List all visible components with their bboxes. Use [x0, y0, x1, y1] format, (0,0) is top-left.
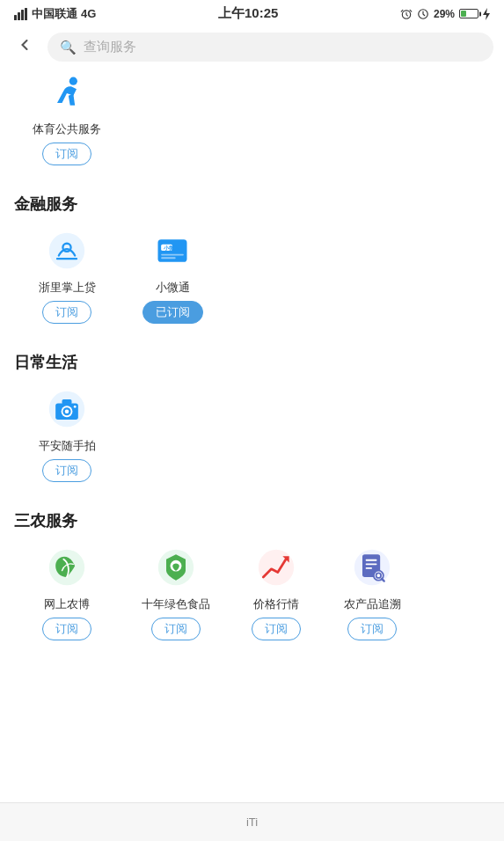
green-service-name: 十年绿色食品 — [142, 596, 210, 612]
list-item: 平安随手拍 订阅 — [14, 385, 120, 482]
svg-marker-6 — [483, 8, 490, 20]
loan-service-name: 浙里掌上贷 — [39, 280, 96, 296]
price-icon — [252, 544, 300, 591]
section-sannong: 三农服务 网上农博 订阅 — [14, 510, 490, 647]
list-item: 体育公共服务 订阅 — [14, 69, 120, 165]
sannong-section-title: 三农服务 — [14, 510, 490, 531]
bottom-label: iTi — [246, 815, 258, 829]
signal-icon — [14, 8, 28, 20]
svg-rect-1 — [18, 12, 20, 20]
list-item: 农产品追溯 订阅 — [324, 544, 420, 640]
camera-subscribe-button[interactable]: 订阅 — [42, 459, 91, 482]
svg-point-21 — [74, 406, 77, 408]
green-subscribe-button[interactable]: 订阅 — [151, 618, 201, 640]
bottom-bar: iTi — [0, 802, 504, 841]
search-icon: 🔍 — [60, 40, 77, 55]
micro-service-name: 小微通 — [156, 280, 190, 296]
farm-subscribe-button[interactable]: 订阅 — [42, 618, 91, 640]
battery-percent: 29% — [434, 8, 455, 20]
svg-rect-30 — [366, 563, 377, 565]
content-area: 体育公共服务 订阅 金融服务 浙里掌上贷 订阅 — [0, 69, 504, 674]
trace-icon — [348, 544, 396, 591]
svg-rect-3 — [25, 8, 27, 20]
clock-icon — [417, 8, 429, 20]
status-bar: 中国联通 4G 上午10:25 29% — [0, 0, 504, 26]
section-sports: 体育公共服务 订阅 — [14, 69, 490, 172]
status-time: 上午10:25 — [218, 5, 278, 22]
list-item: 价格行情 订阅 — [232, 544, 320, 640]
green-icon — [152, 544, 200, 591]
list-item: 浙里掌上贷 订阅 — [14, 227, 120, 324]
carrier-name: 中国联通 — [32, 6, 77, 22]
finance-section-title: 金融服务 — [14, 194, 490, 215]
svg-rect-0 — [14, 15, 17, 20]
camera-icon — [43, 385, 91, 433]
charging-icon — [483, 8, 490, 20]
camera-service-name: 平安随手拍 — [39, 438, 96, 454]
price-subscribe-button[interactable]: 订阅 — [252, 618, 301, 640]
nav-bar: 🔍 查询服务 — [0, 26, 504, 69]
svg-point-19 — [65, 409, 69, 413]
carrier-info: 中国联通 4G — [14, 6, 96, 22]
section-finance: 金融服务 浙里掌上贷 订阅 — [14, 194, 490, 331]
svg-rect-14 — [161, 257, 176, 259]
network-type: 4G — [81, 7, 96, 20]
daily-section-title: 日常生活 — [14, 352, 490, 373]
alarm-icon — [400, 8, 413, 20]
svg-rect-13 — [161, 254, 184, 256]
search-bar[interactable]: 🔍 查询服务 — [47, 33, 493, 62]
back-button[interactable] — [11, 34, 39, 60]
svg-point-7 — [69, 77, 77, 85]
sports-service-name: 体育公共服务 — [33, 121, 101, 137]
micro-icon: 小微通 — [149, 227, 196, 274]
status-indicators: 29% — [400, 8, 490, 20]
svg-text:小微通: 小微通 — [163, 245, 180, 251]
list-item: 小微通 小微通 已订阅 — [120, 227, 225, 324]
trace-subscribe-button[interactable]: 订阅 — [347, 618, 397, 640]
micro-subscribe-button[interactable]: 已订阅 — [142, 301, 203, 324]
sports-subscribe-button[interactable]: 订阅 — [42, 143, 91, 165]
sports-icon — [43, 69, 91, 116]
price-service-name: 价格行情 — [253, 596, 299, 612]
loan-subscribe-button[interactable]: 订阅 — [42, 301, 91, 324]
trace-service-name: 农产品追溯 — [344, 596, 401, 612]
svg-point-25 — [259, 550, 294, 585]
svg-rect-20 — [62, 399, 72, 405]
svg-rect-29 — [366, 559, 377, 561]
battery-icon — [459, 9, 478, 18]
svg-rect-31 — [366, 567, 372, 569]
list-item: 十年绿色食品 订阅 — [123, 544, 229, 640]
section-daily: 日常生活 平安随手拍 订阅 — [14, 352, 490, 489]
farm-icon — [43, 544, 91, 591]
list-item: 网上农博 订阅 — [14, 544, 120, 640]
search-placeholder: 查询服务 — [84, 39, 136, 55]
svg-rect-2 — [21, 10, 24, 20]
loan-icon — [43, 227, 91, 274]
farm-service-name: 网上农博 — [44, 596, 90, 612]
